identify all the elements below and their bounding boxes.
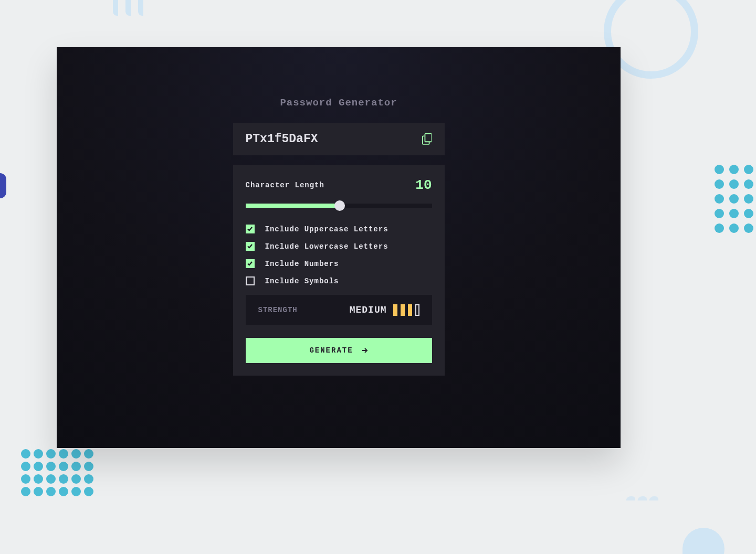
generate-label: GENERATE — [309, 346, 353, 355]
strength-bars — [393, 304, 419, 316]
strength-segment — [408, 304, 412, 316]
app-card: Password Generator PTx1f5DaFX Character … — [57, 47, 621, 448]
strength-segment — [393, 304, 397, 316]
generate-button[interactable]: GENERATE — [246, 338, 432, 363]
strength-segment — [401, 304, 405, 316]
option-row[interactable]: Include Lowercase Letters — [246, 242, 432, 251]
strength-label: STRENGTH — [258, 306, 298, 314]
length-row: Character Length 10 — [246, 177, 432, 193]
length-label: Character Length — [246, 181, 324, 189]
decoration-dots-right — [715, 165, 753, 233]
option-label: Include Numbers — [265, 260, 339, 268]
password-output-box: PTx1f5DaFX — [233, 123, 445, 155]
strength-value: MEDIUM — [350, 305, 387, 315]
decoration-blob-left — [0, 173, 6, 198]
checkbox[interactable] — [246, 276, 255, 285]
checkbox[interactable] — [246, 225, 255, 233]
length-slider[interactable] — [246, 204, 432, 208]
slider-thumb[interactable] — [334, 200, 345, 211]
strength-indicator: MEDIUM — [350, 304, 419, 316]
decoration-dots-bottom-left — [21, 449, 93, 496]
option-label: Include Uppercase Letters — [265, 225, 388, 233]
option-row[interactable]: Include Numbers — [246, 259, 432, 268]
copy-icon[interactable] — [422, 133, 432, 145]
decoration-blob-bottom-right — [682, 528, 724, 554]
app-title: Password Generator — [280, 97, 397, 109]
strength-segment — [415, 304, 419, 316]
slider-fill — [246, 204, 340, 208]
length-value: 10 — [415, 177, 432, 193]
decoration-squiggle-top — [113, 0, 176, 21]
strength-bar: STRENGTH MEDIUM — [246, 295, 432, 325]
arrow-right-icon — [362, 347, 368, 354]
checkbox[interactable] — [246, 242, 255, 251]
option-row[interactable]: Include Uppercase Letters — [246, 225, 432, 233]
password-value: PTx1f5DaFX — [246, 132, 318, 146]
checkbox[interactable] — [246, 259, 255, 268]
option-label: Include Lowercase Letters — [265, 242, 388, 251]
svg-rect-0 — [425, 134, 432, 142]
option-label: Include Symbols — [265, 277, 339, 285]
option-row[interactable]: Include Symbols — [246, 276, 432, 285]
options-panel: Character Length 10 Include Uppercase Le… — [233, 165, 445, 376]
decoration-squiggle-bottom-right — [625, 496, 688, 523]
